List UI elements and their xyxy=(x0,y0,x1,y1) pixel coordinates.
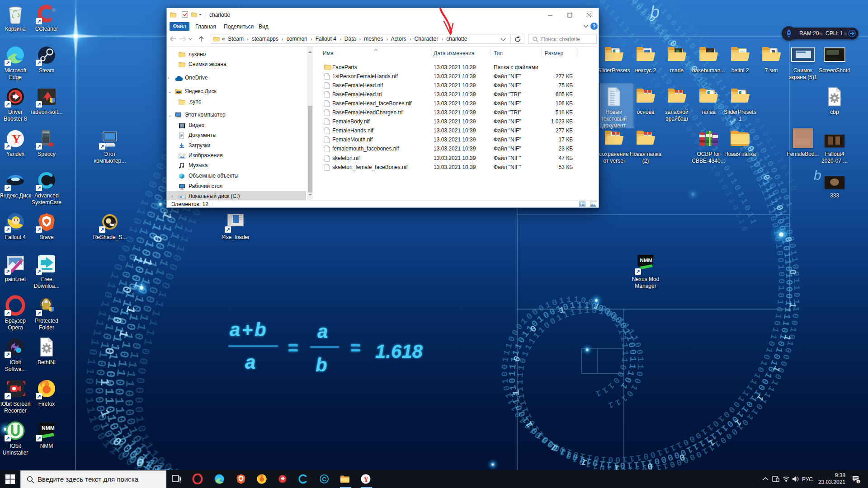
svg-text:a + b: a + b xyxy=(230,319,266,340)
svg-text:1.618: 1.618 xyxy=(375,341,423,362)
svg-text:a: a xyxy=(317,321,328,342)
svg-text:a: a xyxy=(245,352,255,373)
svg-text:b: b xyxy=(316,354,327,375)
svg-text:Y: Y xyxy=(12,132,21,146)
svg-text:NMM: NMM xyxy=(42,425,55,432)
svg-text:1: 1 xyxy=(858,480,860,484)
svg-text:=: = xyxy=(288,338,298,358)
svg-text:=: = xyxy=(350,338,360,358)
svg-text:Y: Y xyxy=(363,475,369,483)
svg-text:b: b xyxy=(650,3,660,22)
svg-text:C: C xyxy=(322,476,327,483)
svg-text:NMM: NMM xyxy=(640,258,652,263)
